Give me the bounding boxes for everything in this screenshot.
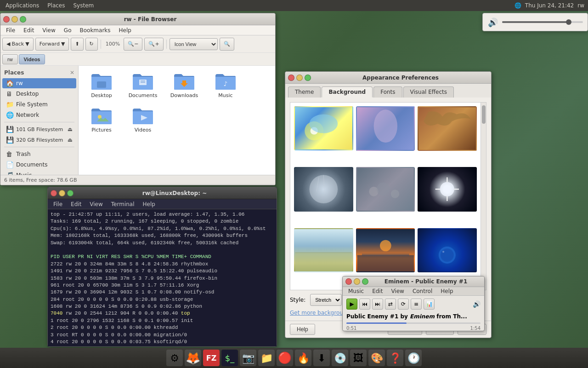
search-button[interactable]: 🔍	[220, 38, 234, 51]
appearance-close[interactable]	[288, 75, 294, 81]
wallpaper-thumb-4[interactable]	[294, 167, 353, 211]
applications-menu[interactable]: Applications	[2, 1, 43, 10]
file-item-documents[interactable]: Documents	[124, 70, 161, 100]
menu-file[interactable]: File	[2, 26, 19, 34]
next-button[interactable]: ⏭	[372, 299, 383, 310]
tab-visual-effects[interactable]: Visual Effects	[403, 86, 454, 98]
taskbar-photos[interactable]: 🖼	[350, 350, 367, 366]
wallpaper-thumb-9[interactable]	[418, 228, 477, 273]
wallpaper-thumb-6[interactable]	[418, 167, 477, 212]
help-button[interactable]: Help	[290, 324, 315, 335]
close-button[interactable]	[3, 16, 10, 23]
term-menu-edit[interactable]: Edit	[67, 200, 85, 208]
sidebar-close[interactable]: ✕	[70, 69, 74, 76]
file-item-music[interactable]: ♪ Music	[207, 70, 244, 100]
taskbar-vlc[interactable]: 🔴	[277, 350, 293, 366]
places-menu[interactable]: Places	[44, 1, 68, 10]
maximize-button[interactable]	[20, 16, 26, 23]
menu-help[interactable]: Help	[115, 26, 135, 34]
repeat-button[interactable]: ⟳	[398, 299, 409, 310]
wallpaper-thumb-7[interactable]	[294, 228, 353, 272]
play-button[interactable]: ▶	[346, 299, 357, 310]
viz-button[interactable]: 📊	[424, 299, 435, 310]
sidebar-item-320gb[interactable]: 💾 320 GB Filesystem ⏏	[2, 135, 76, 145]
taskbar-firefox[interactable]: 🦊	[185, 350, 201, 366]
sidebar-item-rw[interactable]: 🏠 rw	[2, 78, 76, 88]
term-menu-view[interactable]: View	[86, 200, 106, 208]
term-menu-file[interactable]: File	[50, 200, 66, 208]
shuffle-button[interactable]: ⇄	[385, 299, 396, 310]
player-progress[interactable]	[346, 322, 481, 324]
terminal-close[interactable]	[51, 190, 57, 196]
sidebar-item-documents[interactable]: 📄 Documents	[2, 160, 76, 170]
taskbar-terminal[interactable]: $_	[221, 350, 238, 366]
sidebar-item-filesystem[interactable]: 📁 File System	[2, 99, 76, 109]
player-menu-view[interactable]: View	[387, 287, 407, 295]
term-menu-help[interactable]: Help	[139, 200, 159, 208]
zoom-in-button[interactable]: 🔍+	[144, 38, 163, 51]
taskbar-filezilla[interactable]: FZ	[203, 350, 220, 366]
wallpaper-thumb-8[interactable]	[356, 228, 415, 273]
path-videos[interactable]: Videos	[19, 54, 45, 64]
file-item-downloads[interactable]: Downloads	[166, 70, 203, 100]
wallpaper-thumb-2[interactable]	[356, 106, 415, 151]
sidebar-item-101gb[interactable]: 💾 101 GB Filesystem ⏏	[2, 124, 76, 134]
taskbar-settings[interactable]: ⚙	[166, 350, 183, 366]
reload-button[interactable]: ↻	[85, 38, 98, 51]
eject-320-icon[interactable]: ⏏	[68, 137, 73, 143]
term-menu-terminal[interactable]: Terminal	[107, 200, 138, 208]
wallpaper-thumb-1[interactable]	[294, 106, 353, 150]
tab-background[interactable]: Background	[322, 86, 373, 98]
player-menu-edit[interactable]: Edit	[368, 287, 386, 295]
menu-edit[interactable]: Edit	[20, 26, 38, 34]
appearance-max[interactable]	[305, 75, 311, 81]
appearance-scrollbar[interactable]	[481, 103, 486, 290]
sidebar-item-network[interactable]: 🌐 Network	[2, 110, 76, 120]
terminal-min[interactable]	[59, 190, 65, 196]
eqz-button[interactable]: ≡	[411, 299, 422, 310]
sidebar-item-music[interactable]: 🎵 Music	[2, 170, 76, 175]
sidebar-item-desktop[interactable]: 🖥 Desktop	[2, 89, 76, 99]
taskbar-help[interactable]: ❓	[387, 350, 403, 366]
volume-btn[interactable]: 🔊	[473, 300, 481, 308]
path-rw[interactable]: rw	[2, 54, 18, 64]
taskbar-files[interactable]: 📁	[258, 350, 275, 366]
menu-view[interactable]: View	[39, 26, 59, 34]
file-item-pictures[interactable]: Pictures	[83, 105, 120, 135]
appearance-min[interactable]	[296, 75, 303, 81]
taskbar-burn[interactable]: 🔥	[295, 350, 311, 366]
system-menu[interactable]: System	[69, 1, 97, 10]
terminal-content[interactable]: top - 21:42:57 up 11:11, 2 users, load a…	[48, 209, 277, 346]
wallpaper-thumb-3[interactable]	[418, 106, 477, 151]
player-menu-music[interactable]: Music	[345, 287, 368, 295]
view-select[interactable]: Icon View List View Compact View	[170, 38, 218, 50]
menu-bookmarks[interactable]: Bookmarks	[76, 26, 114, 34]
menu-go[interactable]: Go	[60, 26, 75, 34]
player-menu-help[interactable]: Help	[437, 287, 457, 295]
player-menu-control[interactable]: Control	[409, 287, 436, 295]
prev-button[interactable]: ⏮	[359, 299, 370, 310]
taskbar-disk[interactable]: 💿	[332, 350, 348, 366]
forward-button[interactable]: Forward ▼	[35, 38, 69, 51]
tab-theme[interactable]: Theme	[288, 86, 321, 98]
file-item-videos[interactable]: Videos	[124, 105, 161, 135]
volume-icon[interactable]: 🔊	[487, 17, 498, 28]
back-button[interactable]: ◀ Back ▼	[2, 38, 34, 51]
player-close[interactable]	[345, 278, 352, 285]
taskbar-torrent[interactable]: ⬇	[313, 350, 330, 366]
up-button[interactable]: ⬆	[71, 38, 83, 51]
eject-101-icon[interactable]: ⏏	[68, 126, 73, 132]
volume-slider[interactable]	[502, 21, 583, 23]
taskbar-screenshot[interactable]: 📷	[240, 350, 256, 366]
sidebar-item-trash[interactable]: 🗑 Trash	[2, 149, 76, 159]
wallpaper-thumb-5[interactable]	[356, 167, 415, 212]
style-select[interactable]: Stretch Zoom Center Tile Scale	[310, 294, 342, 306]
terminal-max[interactable]	[67, 190, 74, 196]
taskbar-colors[interactable]: 🎨	[368, 350, 385, 366]
minimize-button[interactable]	[11, 16, 18, 23]
player-min[interactable]	[354, 278, 360, 285]
player-max[interactable]	[362, 278, 368, 285]
taskbar-clock[interactable]: 🕐	[405, 350, 422, 366]
zoom-out-button[interactable]: 🔍−	[124, 38, 142, 51]
tab-fonts[interactable]: Fonts	[373, 86, 402, 98]
